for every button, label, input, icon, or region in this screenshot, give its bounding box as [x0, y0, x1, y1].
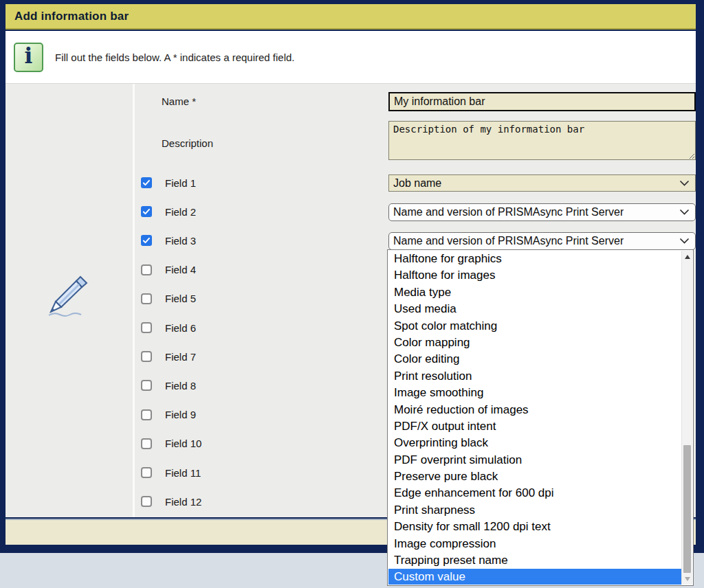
dropdown-option[interactable]: Print sharpness: [388, 502, 681, 519]
field-label: Field 5: [165, 293, 196, 304]
name-input[interactable]: [388, 92, 696, 111]
field-row: Field 6: [141, 321, 196, 334]
dropdown-list: Halftone for graphicsHalftone for images…: [388, 251, 681, 585]
field-label: Field 12: [165, 496, 201, 508]
info-banner: i Fill out the fields below. A * indicat…: [6, 31, 696, 84]
dropdown-option[interactable]: Halftone for graphics: [388, 251, 681, 267]
field-checkbox[interactable]: [141, 177, 152, 188]
field-checkbox[interactable]: [141, 380, 152, 391]
dropdown-option[interactable]: Media type: [388, 284, 681, 301]
dropdown-option[interactable]: Image smoothing: [388, 385, 681, 401]
field-label: Field 11: [165, 467, 201, 479]
info-message: Fill out the fields below. A * indicates…: [55, 52, 295, 63]
dropdown-option[interactable]: Density for small 1200 dpi text: [388, 519, 681, 535]
field-select[interactable]: Name and version of PRISMAsync Print Ser…: [388, 232, 696, 250]
dropdown-option[interactable]: Trapping preset name: [388, 552, 681, 569]
field-checkbox[interactable]: [141, 235, 152, 246]
field-select[interactable]: Name and version of PRISMAsync Print Ser…: [388, 203, 696, 221]
field-row: Field 3: [141, 234, 196, 247]
field-label: Field 1: [165, 177, 196, 189]
description-textarea[interactable]: [388, 121, 696, 160]
field-row: Field 4: [141, 264, 196, 276]
dropdown-option[interactable]: Spot color matching: [388, 318, 681, 335]
field-row: Field 7: [141, 350, 196, 363]
field-label: Field 4: [165, 264, 196, 275]
dropdown-option[interactable]: Edge enhancement for 600 dpi: [388, 485, 681, 501]
dropdown-option[interactable]: Custom value: [388, 569, 681, 585]
field-checkbox[interactable]: [141, 438, 152, 449]
description-label: Description: [162, 137, 213, 149]
field3-dropdown-panel: Halftone for graphicsHalftone for images…: [387, 249, 694, 586]
field-row: Field 8: [141, 379, 196, 392]
panel-divider: [133, 84, 135, 517]
field-row: Field 1: [141, 177, 196, 189]
dropdown-option[interactable]: Used media: [388, 301, 681, 317]
field-checkbox[interactable]: [141, 264, 152, 275]
field-select[interactable]: Job name: [388, 174, 696, 192]
dropdown-option[interactable]: PDF/X output intent: [388, 418, 681, 435]
field-label: Field 3: [165, 235, 196, 247]
field-checkbox[interactable]: [141, 496, 152, 507]
info-icon: i: [14, 43, 43, 72]
field-row: Field 11: [141, 466, 201, 479]
dropdown-option[interactable]: Color editing: [388, 351, 681, 368]
chevron-down-icon: [680, 181, 689, 186]
field-checkbox[interactable]: [141, 409, 152, 420]
dropdown-option[interactable]: Overprinting black: [388, 435, 681, 451]
field-checkbox[interactable]: [141, 206, 152, 217]
field-checkbox[interactable]: [141, 467, 152, 478]
dropdown-option[interactable]: PDF overprint simulation: [388, 452, 681, 468]
dropdown-option[interactable]: Color mapping: [388, 335, 681, 351]
field-label: Field 6: [165, 322, 196, 334]
dropdown-option[interactable]: Print resolution: [388, 368, 681, 385]
field-label: Field 2: [165, 206, 196, 218]
dropdown-option[interactable]: Halftone for images: [388, 267, 681, 284]
field-checkbox[interactable]: [141, 322, 152, 333]
dropdown-option[interactable]: Preserve pure black: [388, 468, 681, 485]
field-row: Field 5: [141, 293, 196, 305]
scrollbar-thumb[interactable]: [683, 445, 691, 573]
dropdown-option[interactable]: Image compression: [388, 536, 681, 552]
field-label: Field 7: [165, 351, 196, 363]
field-row: Field 10: [141, 438, 201, 450]
field-checkbox[interactable]: [141, 293, 152, 304]
scrollbar-down-arrow-icon[interactable]: [682, 574, 692, 584]
field-row: Field 12: [141, 495, 201, 508]
dialog-title: Add information bar: [14, 10, 129, 23]
field-checkbox[interactable]: [141, 351, 152, 362]
scrollbar-up-arrow-icon[interactable]: [682, 251, 692, 262]
field-label: Field 9: [165, 409, 196, 420]
pencil-icon: [45, 271, 96, 324]
dialog-titlebar: Add information bar: [6, 4, 696, 30]
field-row: Field 2: [141, 205, 196, 218]
dropdown-option[interactable]: Moiré reduction of images: [388, 402, 681, 418]
chevron-down-icon: [680, 238, 689, 244]
field-row: Field 9: [141, 409, 196, 421]
chevron-down-icon: [680, 210, 689, 215]
dropdown-scrollbar[interactable]: [681, 251, 692, 585]
name-label: Name *: [162, 95, 196, 107]
field-label: Field 10: [165, 438, 201, 449]
field-label: Field 8: [165, 380, 196, 392]
